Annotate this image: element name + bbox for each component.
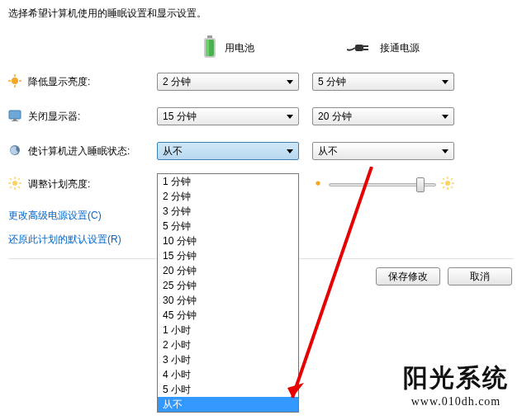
battery-col-label: 用电池 — [225, 41, 254, 55]
sleep-plugged-select[interactable]: 从不 — [312, 142, 454, 160]
dim-plugged-select[interactable]: 5 分钟 — [312, 73, 454, 91]
off-label: 关闭显示器: — [28, 110, 80, 124]
dropdown-item[interactable]: 25 分钟 — [158, 278, 298, 293]
dim-battery-select[interactable]: 2 分钟 — [157, 73, 299, 91]
dropdown-item[interactable]: 10 分钟 — [158, 234, 298, 248]
description-text: 选择希望计算机使用的睡眠设置和显示设置。 — [8, 7, 514, 21]
svg-point-25 — [316, 181, 320, 185]
svg-rect-4 — [355, 45, 363, 51]
watermark-cn: 阳光系统 — [403, 361, 509, 395]
dropdown-item[interactable]: 30 分钟 — [158, 293, 298, 308]
sleep-label: 使计算机进入睡眠状态: — [28, 144, 130, 158]
dropdown-item[interactable]: 2 分钟 — [158, 189, 298, 204]
dropdown-item[interactable]: 2 小时 — [158, 337, 298, 352]
svg-rect-14 — [12, 120, 18, 121]
svg-point-16 — [12, 181, 17, 186]
off-battery-select[interactable]: 15 分钟 — [157, 107, 299, 125]
col-header-plugged: 接通电源 — [312, 35, 454, 61]
svg-line-21 — [10, 178, 12, 180]
battery-icon — [202, 35, 218, 61]
dropdown-item[interactable]: 1 分钟 — [158, 174, 298, 189]
dropdown-item[interactable]: 3 小时 — [158, 352, 298, 367]
slider-thumb[interactable] — [416, 177, 425, 192]
svg-point-7 — [12, 78, 18, 84]
dropdown-item[interactable]: 45 分钟 — [158, 308, 298, 323]
dropdown-item[interactable]: 4 小时 — [158, 367, 298, 382]
dropdown-item[interactable]: 5 分钟 — [158, 219, 298, 234]
svg-line-32 — [451, 186, 453, 188]
svg-rect-13 — [13, 119, 17, 120]
cancel-button[interactable]: 取消 — [448, 267, 512, 286]
brightness-label: 调整计划亮度: — [28, 177, 90, 191]
dropdown-item[interactable]: 从不 — [158, 397, 298, 412]
save-button[interactable]: 保存修改 — [376, 267, 440, 286]
plug-icon — [347, 40, 373, 57]
dim-icon — [8, 74, 21, 90]
svg-rect-5 — [363, 45, 368, 47]
brightness-icon — [8, 177, 21, 192]
brightness-high-icon — [441, 177, 454, 192]
svg-rect-6 — [363, 49, 368, 50]
dropdown-item[interactable]: 20 分钟 — [158, 263, 298, 278]
brightness-low-icon — [312, 177, 324, 191]
sleep-icon — [8, 144, 21, 159]
svg-line-31 — [443, 178, 444, 180]
svg-line-23 — [18, 178, 20, 180]
dropdown-item[interactable]: 15 分钟 — [158, 248, 298, 263]
svg-rect-12 — [9, 111, 21, 119]
svg-point-26 — [445, 181, 450, 186]
watermark-url: www.010dh.com — [403, 395, 509, 408]
col-header-battery: 用电池 — [157, 35, 299, 61]
svg-rect-0 — [207, 35, 212, 38]
svg-line-33 — [451, 178, 453, 180]
dropdown-item[interactable]: 1 小时 — [158, 323, 298, 337]
sleep-dropdown-list[interactable]: 1 分钟2 分钟3 分钟5 分钟10 分钟15 分钟20 分钟25 分钟30 分… — [157, 173, 299, 413]
dropdown-item[interactable]: 3 分钟 — [158, 204, 298, 219]
svg-line-22 — [18, 186, 20, 188]
plugged-col-label: 接通电源 — [380, 41, 420, 55]
svg-rect-3 — [206, 40, 209, 56]
dropdown-item[interactable]: 5 小时 — [158, 382, 298, 397]
sleep-battery-select[interactable]: 从不 — [157, 142, 299, 160]
off-plugged-select[interactable]: 20 分钟 — [312, 107, 454, 125]
brightness-slider[interactable] — [329, 183, 436, 186]
dim-label: 降低显示亮度: — [28, 75, 90, 89]
watermark: 阳光系统 www.010dh.com — [403, 361, 509, 408]
monitor-off-icon — [8, 109, 21, 125]
svg-line-34 — [443, 186, 444, 188]
svg-line-24 — [10, 186, 12, 188]
